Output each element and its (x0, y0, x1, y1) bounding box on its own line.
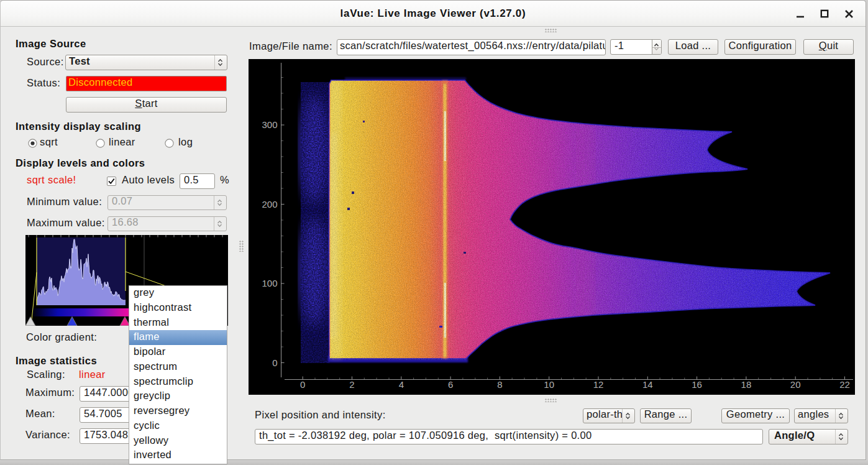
svg-text:16: 16 (692, 379, 702, 390)
svg-text:6: 6 (448, 379, 453, 390)
svg-text:4: 4 (399, 379, 404, 390)
svg-text:100: 100 (262, 278, 277, 288)
svg-text:12: 12 (593, 379, 604, 390)
svg-text:300: 300 (262, 119, 277, 130)
svg-text:0: 0 (300, 379, 305, 390)
svg-text:0: 0 (272, 357, 277, 368)
svg-text:14: 14 (642, 379, 653, 390)
svg-text:22: 22 (839, 379, 850, 390)
svg-text:2: 2 (349, 379, 354, 390)
svg-text:8: 8 (497, 379, 502, 390)
svg-text:18: 18 (741, 379, 752, 390)
svg-text:200: 200 (262, 199, 277, 209)
svg-text:10: 10 (544, 379, 554, 390)
svg-text:20: 20 (790, 379, 801, 390)
